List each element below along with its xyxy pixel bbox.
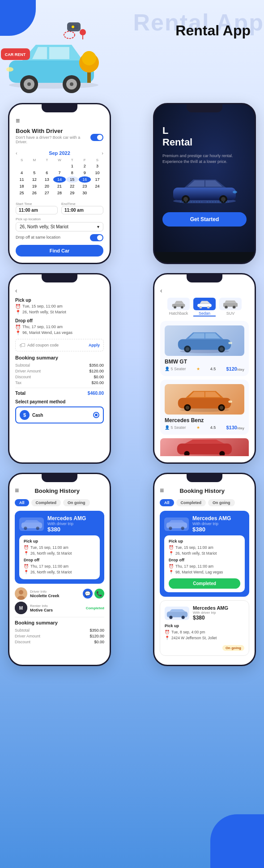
driver-info-details: Driver Info Nicolette Creek bbox=[30, 590, 80, 598]
pickup-loc-icon: 📍 bbox=[15, 310, 21, 315]
chat-icon[interactable]: 💬 bbox=[83, 589, 93, 599]
driver-toggle[interactable] bbox=[90, 134, 103, 141]
bh-left-menu-icon[interactable]: ≡ bbox=[15, 487, 19, 495]
bh-right-c1-pickup-loc-icon: 📍 bbox=[169, 551, 174, 556]
cal-16[interactable]: 16 bbox=[79, 176, 91, 183]
dropoff-toggle[interactable] bbox=[90, 234, 103, 241]
header-area: Rental App Rental App CAR RENT bbox=[0, 0, 264, 103]
bh-left-tab-all[interactable]: All bbox=[15, 499, 29, 506]
coupon-input[interactable] bbox=[27, 343, 87, 347]
svg-marker-87 bbox=[169, 609, 185, 611]
cal-25[interactable]: 25 bbox=[16, 190, 28, 196]
svg-point-78 bbox=[19, 590, 23, 594]
start-time-val[interactable]: 11:00 am bbox=[16, 206, 58, 214]
bh-left-pickup-title: Pick up bbox=[24, 539, 95, 543]
luxury-title-line2: Rental bbox=[162, 137, 192, 148]
cal-22[interactable]: 22 bbox=[66, 183, 78, 189]
cal-next[interactable]: › bbox=[102, 150, 103, 156]
total-label: Total bbox=[15, 391, 26, 396]
hatchback-icon bbox=[167, 298, 190, 310]
cal-2[interactable]: 2 bbox=[79, 163, 91, 169]
cal-20[interactable]: 20 bbox=[41, 183, 53, 189]
driver-info-name: Nicolette Creek bbox=[30, 594, 80, 598]
mercedes-rating: 4.5 bbox=[210, 425, 216, 430]
cal-8[interactable]: 8 bbox=[66, 170, 78, 176]
driver-info-row: Driver Info Nicolette Creek 💬 📞 bbox=[15, 587, 104, 600]
coupon-apply-btn[interactable]: Apply bbox=[89, 343, 100, 347]
bh-right-tab-completed[interactable]: Completed bbox=[176, 499, 206, 506]
get-started-button[interactable]: Get Started bbox=[162, 212, 247, 227]
tab-hatchback[interactable]: Hatchback bbox=[167, 298, 190, 316]
bh-right-c2-pickup-time: Tue, 8 sep, 4:00 pm bbox=[171, 630, 205, 634]
car-list-phone: ‹ Hatchback Sedan bbox=[153, 273, 256, 464]
bh-left-car-thumb bbox=[19, 517, 44, 531]
bh-right-tab-ongoing[interactable]: On going bbox=[208, 499, 235, 506]
cal-27[interactable]: 27 bbox=[41, 190, 53, 196]
cal-9[interactable]: 9 bbox=[79, 170, 91, 176]
cal-day-s1: S bbox=[16, 158, 28, 162]
svg-point-57 bbox=[220, 347, 223, 351]
payment-radio[interactable] bbox=[93, 412, 99, 418]
luxury-car-image bbox=[169, 174, 240, 203]
cal-18[interactable]: 18 bbox=[16, 183, 28, 189]
back-arrow-carlist[interactable]: ‹ bbox=[160, 287, 249, 294]
cal-3[interactable]: 3 bbox=[91, 163, 103, 169]
tab-suv[interactable]: SUV bbox=[219, 298, 242, 316]
cal-30[interactable]: 30 bbox=[79, 190, 91, 196]
cal-day-s2: S bbox=[91, 158, 103, 162]
cal-29[interactable]: 29 bbox=[66, 190, 78, 196]
bmw-price: $120/day bbox=[226, 366, 244, 372]
end-time-val[interactable]: 11:00 am bbox=[61, 206, 103, 214]
cal-prev[interactable]: ‹ bbox=[16, 150, 17, 156]
mercedes-name: Mercedes Benz bbox=[165, 417, 244, 423]
find-car-button[interactable]: Find Car bbox=[16, 245, 103, 257]
suv-icon bbox=[219, 298, 242, 310]
cal-17[interactable]: 17 bbox=[91, 176, 103, 183]
cal-28[interactable]: 28 bbox=[53, 190, 65, 196]
bh-right-card2-pickup-title: Pick up bbox=[165, 624, 244, 628]
cal-11[interactable]: 11 bbox=[16, 176, 28, 183]
tab-sedan[interactable]: Sedan bbox=[193, 298, 216, 316]
cal-15[interactable]: 15 bbox=[66, 176, 78, 183]
bh-left-tab-completed[interactable]: Completed bbox=[31, 499, 61, 506]
bh-right-menu-icon[interactable]: ≡ bbox=[160, 487, 164, 495]
mercedes-image bbox=[165, 384, 244, 415]
bh-left-pickup-time-icon: ⏰ bbox=[24, 545, 29, 550]
cal-23[interactable]: 23 bbox=[79, 183, 91, 189]
cal-1[interactable]: 1 bbox=[66, 163, 78, 169]
svg-marker-83 bbox=[169, 520, 185, 522]
cal-12[interactable]: 12 bbox=[28, 176, 40, 183]
cal-empty1 bbox=[16, 163, 28, 169]
svg-point-31 bbox=[183, 197, 188, 201]
cal-4[interactable]: 4 bbox=[16, 170, 28, 176]
bh-right-tab-all[interactable]: All bbox=[160, 499, 174, 506]
cal-26[interactable]: 26 bbox=[28, 190, 40, 196]
bh-left-subtotal-val: $350.00 bbox=[89, 628, 104, 633]
cal-6[interactable]: 6 bbox=[41, 170, 53, 176]
cal-7[interactable]: 7 bbox=[53, 170, 65, 176]
bh-left-car-price: $380 bbox=[47, 526, 86, 533]
cal-14[interactable]: 14 bbox=[53, 176, 65, 183]
cal-13[interactable]: 13 bbox=[41, 176, 53, 183]
cal-10[interactable]: 10 bbox=[91, 170, 103, 176]
svg-point-7 bbox=[27, 82, 31, 86]
svg-point-89 bbox=[181, 616, 184, 619]
bh-left-title: Booking History bbox=[34, 487, 79, 494]
bh-right-c1-dropoff-loc: 98, Mariot Wend, Lag vegas bbox=[175, 570, 223, 574]
cal-24[interactable]: 24 bbox=[91, 183, 103, 189]
bh-left-tab-ongoing[interactable]: On going bbox=[63, 499, 90, 506]
back-arrow-summary[interactable]: ‹ bbox=[15, 287, 104, 294]
payment-method-row[interactable]: $ Cash bbox=[15, 406, 104, 423]
call-icon[interactable]: 📞 bbox=[94, 589, 104, 599]
cal-empty6 bbox=[16, 197, 28, 198]
cal-19[interactable]: 19 bbox=[28, 183, 40, 189]
car-card-bmw: BMW GT 👤 5 Seater ★ 4.5 $120/day bbox=[160, 321, 249, 376]
cal-5[interactable]: 5 bbox=[28, 170, 40, 176]
cal-21[interactable]: 21 bbox=[53, 183, 65, 189]
pickup-field[interactable]: 26, North velly, St Mariot ▾ bbox=[16, 222, 103, 231]
subtotal-val: $350.00 bbox=[89, 363, 104, 368]
menu-icon[interactable]: ≡ bbox=[16, 117, 103, 125]
bh-left-discount-val: $0.00 bbox=[94, 640, 104, 644]
dropdown-icon: ▾ bbox=[97, 224, 99, 229]
completed-button[interactable]: Completed bbox=[169, 578, 240, 589]
